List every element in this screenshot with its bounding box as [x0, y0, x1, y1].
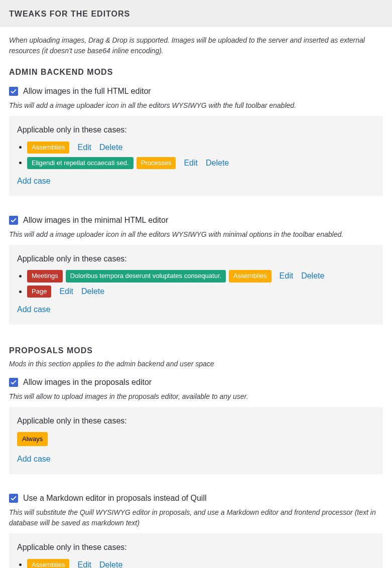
cases-list: Meetings Doloribus tempora deserunt volu… — [17, 270, 375, 298]
edit-link[interactable]: Edit — [77, 559, 91, 568]
check-icon — [10, 88, 17, 95]
add-case-link[interactable]: Add case — [17, 177, 51, 185]
content: When uploading images, Drag & Drop is su… — [0, 35, 392, 568]
cases-box: Applicable only in these cases: Meetings… — [9, 245, 383, 325]
setting-help: This will allow to upload images in the … — [9, 391, 383, 402]
cases-box: Applicable only in these cases: Always A… — [9, 407, 383, 474]
case-item: Meetings Doloribus tempora deserunt volu… — [27, 270, 375, 282]
delete-link[interactable]: Delete — [81, 286, 104, 298]
setting-proposals-markdown: Use a Markdown editor in proposals inste… — [9, 492, 383, 568]
edit-link[interactable]: Edit — [280, 270, 294, 282]
tag-assemblies: Assemblies — [229, 270, 271, 282]
setting-proposals-images: Allow images in the proposals editor Thi… — [9, 376, 383, 474]
delete-link[interactable]: Delete — [99, 559, 122, 568]
delete-link[interactable]: Delete — [206, 157, 229, 169]
tag-page: Page — [27, 286, 51, 298]
section-title-admin: ADMIN BACKEND MODS — [9, 66, 383, 78]
section-desc-proposals: Mods in this section applies to the admi… — [9, 359, 383, 369]
setting-label: Allow images in the proposals editor — [23, 376, 152, 388]
setting-label: Allow images in the minimal HTML editor — [23, 214, 168, 226]
delete-link[interactable]: Delete — [99, 141, 122, 154]
cases-box: Applicable only in these cases: Assembli… — [9, 533, 383, 568]
cases-list: Assemblies Edit Delete — [17, 558, 375, 568]
delete-link[interactable]: Delete — [301, 270, 324, 282]
cases-title: Applicable only in these cases: — [17, 541, 375, 553]
cases-list: Assemblies Edit Delete Eligendi et repel… — [17, 141, 375, 169]
intro-text: When uploading images, Drag & Drop is su… — [9, 35, 383, 56]
always-tag: Always — [17, 432, 48, 446]
cases-title: Applicable only in these cases: — [17, 253, 375, 265]
add-case-link[interactable]: Add case — [17, 305, 51, 314]
edit-link[interactable]: Edit — [77, 141, 91, 154]
cases-title: Applicable only in these cases: — [17, 415, 375, 427]
check-icon — [10, 217, 17, 224]
case-item: Assemblies Edit Delete — [27, 558, 375, 568]
checkbox-full-editor[interactable] — [9, 87, 18, 96]
edit-link[interactable]: Edit — [59, 286, 73, 298]
cases-title: Applicable only in these cases: — [17, 124, 375, 136]
checkbox-minimal-editor[interactable] — [9, 216, 18, 225]
tag-scope: Doloribus tempora deserunt voluptates co… — [66, 270, 226, 282]
setting-minimal-editor: Allow images in the minimal HTML editor … — [9, 214, 383, 325]
tag-assemblies: Assemblies — [27, 559, 69, 568]
check-icon — [10, 495, 17, 502]
case-item: Assemblies Edit Delete — [27, 141, 375, 154]
setting-help: This will add a image uploader icon in a… — [9, 229, 383, 240]
check-icon — [10, 379, 17, 386]
case-item: Page Edit Delete — [27, 286, 375, 298]
setting-full-editor: Allow images in the full HTML editor Thi… — [9, 85, 383, 196]
tag-scope: Eligendi et repellat occaecati sed. — [27, 157, 134, 169]
edit-link[interactable]: Edit — [184, 157, 198, 169]
section-title-proposals: PROPOSALS MODS — [9, 345, 383, 357]
page-header: TWEAKS FOR THE EDITORS — [0, 0, 392, 27]
page-title: TWEAKS FOR THE EDITORS — [9, 8, 383, 20]
setting-help: This will add a image uploader icon in a… — [9, 100, 383, 111]
setting-label: Use a Markdown editor in proposals inste… — [23, 492, 207, 504]
checkbox-proposals-images[interactable] — [9, 378, 18, 387]
checkbox-proposals-markdown[interactable] — [9, 494, 18, 503]
tag-meetings: Meetings — [27, 270, 63, 282]
cases-box: Applicable only in these cases: Assembli… — [9, 116, 383, 196]
case-item: Eligendi et repellat occaecati sed. Proc… — [27, 157, 375, 169]
tag-assemblies: Assemblies — [27, 141, 69, 154]
tag-processes: Processes — [137, 157, 176, 169]
setting-help: This will substitute the Quill WYSIWYG e… — [9, 507, 383, 528]
add-case-link[interactable]: Add case — [17, 455, 51, 463]
setting-label: Allow images in the full HTML editor — [23, 85, 151, 97]
